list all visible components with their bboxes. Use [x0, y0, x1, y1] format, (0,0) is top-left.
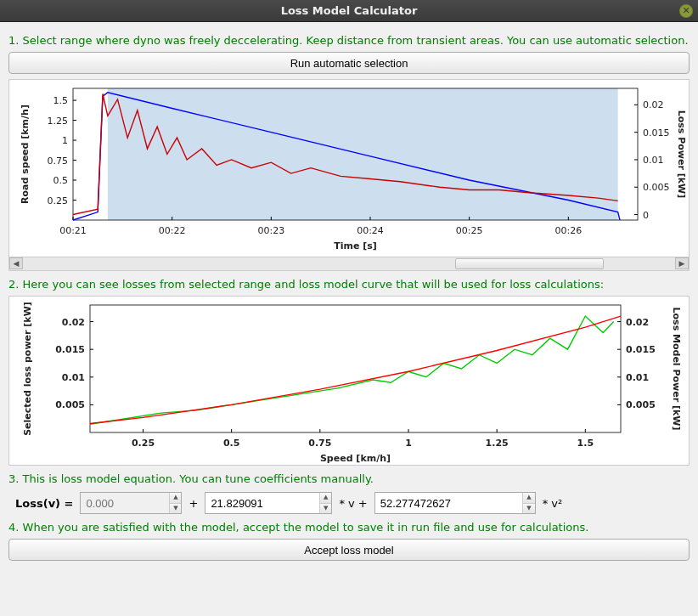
svg-text:0.01: 0.01 — [62, 372, 85, 383]
svg-text:Road speed [km/h]: Road speed [km/h] — [20, 105, 31, 204]
svg-text:0.015: 0.015 — [55, 344, 85, 355]
times-v-plus-label: * v + — [339, 497, 367, 510]
svg-text:0.02: 0.02 — [62, 317, 85, 328]
equation-row: Loss(v) = ▲▼ + ▲▼ * v + ▲▼ * v² — [8, 492, 690, 514]
step4-text: 4. When you are satisfied with the model… — [8, 521, 690, 534]
coef0-input — [81, 493, 169, 513]
svg-text:0: 0 — [643, 210, 649, 221]
svg-text:0.5: 0.5 — [223, 438, 240, 449]
equation-lhs: Loss(v) = — [15, 497, 73, 510]
svg-text:00:22: 00:22 — [159, 225, 186, 236]
svg-text:1.25: 1.25 — [486, 438, 509, 449]
window-title: Loss Model Calculator — [281, 4, 418, 17]
spin-up-icon[interactable]: ▲ — [320, 493, 331, 504]
coef1-spinbox[interactable]: ▲▼ — [205, 492, 332, 514]
plus-label: + — [189, 497, 198, 510]
svg-text:1.5: 1.5 — [53, 95, 69, 106]
svg-text:0.005: 0.005 — [626, 399, 656, 410]
step3-text: 3. This is loss model equation. You can … — [8, 472, 690, 485]
svg-text:0.02: 0.02 — [643, 99, 664, 110]
spin-down-icon[interactable]: ▼ — [523, 504, 535, 514]
scroll-thumb[interactable] — [455, 258, 604, 269]
chart-speed-vs-loss[interactable]: 0.250.50.7511.251.50.0050.0050.010.010.0… — [8, 296, 690, 466]
window-titlebar: Loss Model Calculator ✕ — [0, 0, 698, 22]
svg-text:0.015: 0.015 — [626, 344, 656, 355]
svg-text:00:26: 00:26 — [554, 225, 582, 236]
svg-text:00:23: 00:23 — [257, 225, 284, 236]
chart1-horizontal-scrollbar[interactable]: ◀ ▶ — [8, 257, 690, 271]
svg-text:0.75: 0.75 — [48, 155, 69, 167]
svg-text:0.01: 0.01 — [643, 155, 664, 166]
svg-text:0.75: 0.75 — [308, 438, 331, 449]
spin-down-icon: ▼ — [170, 504, 181, 514]
close-icon[interactable]: ✕ — [679, 4, 693, 18]
svg-text:Selected loss power [kW]: Selected loss power [kW] — [22, 302, 33, 436]
coef0-spinbox: ▲▼ — [80, 492, 182, 514]
scroll-right-icon[interactable]: ▶ — [675, 257, 689, 269]
spin-up-icon[interactable]: ▲ — [523, 493, 535, 504]
svg-text:0.02: 0.02 — [626, 317, 649, 328]
svg-text:Loss Model Power [kW]: Loss Model Power [kW] — [671, 308, 682, 431]
svg-text:1.25: 1.25 — [48, 116, 69, 127]
svg-text:Loss Power [kW]: Loss Power [kW] — [676, 110, 687, 199]
svg-text:1: 1 — [62, 135, 68, 146]
svg-text:Speed [km/h]: Speed [km/h] — [320, 453, 391, 464]
svg-text:0.005: 0.005 — [643, 182, 670, 193]
svg-text:00:21: 00:21 — [59, 225, 87, 236]
coef1-input[interactable] — [205, 493, 319, 513]
chart-time-vs-speed-power[interactable]: 0.250.50.7511.251.500.0050.010.0150.0200… — [8, 79, 690, 257]
coef2-spinbox[interactable]: ▲▼ — [374, 492, 536, 514]
svg-text:1: 1 — [405, 438, 412, 449]
times-v2-label: * v² — [543, 497, 563, 510]
svg-text:00:25: 00:25 — [456, 225, 483, 236]
spin-up-icon: ▲ — [170, 493, 181, 504]
svg-text:0.5: 0.5 — [53, 175, 69, 186]
scroll-left-icon[interactable]: ◀ — [9, 257, 23, 269]
step2-text: 2. Here you can see losses from selected… — [8, 278, 690, 291]
svg-text:Time [s]: Time [s] — [334, 240, 377, 251]
svg-text:00:24: 00:24 — [357, 225, 384, 236]
run-auto-selection-button[interactable]: Run automatic selection — [8, 52, 690, 74]
svg-text:0.25: 0.25 — [132, 438, 155, 449]
svg-text:1.5: 1.5 — [577, 438, 594, 449]
accept-loss-model-button[interactable]: Accept loss model — [8, 539, 690, 561]
spin-down-icon[interactable]: ▼ — [320, 504, 331, 514]
svg-text:0.01: 0.01 — [626, 372, 649, 383]
coef2-input[interactable] — [375, 493, 522, 513]
svg-text:0.25: 0.25 — [48, 195, 69, 206]
step1-text: 1. Select range where dyno was freely de… — [8, 34, 690, 47]
svg-text:0.005: 0.005 — [55, 399, 85, 410]
svg-text:0.015: 0.015 — [643, 127, 670, 138]
